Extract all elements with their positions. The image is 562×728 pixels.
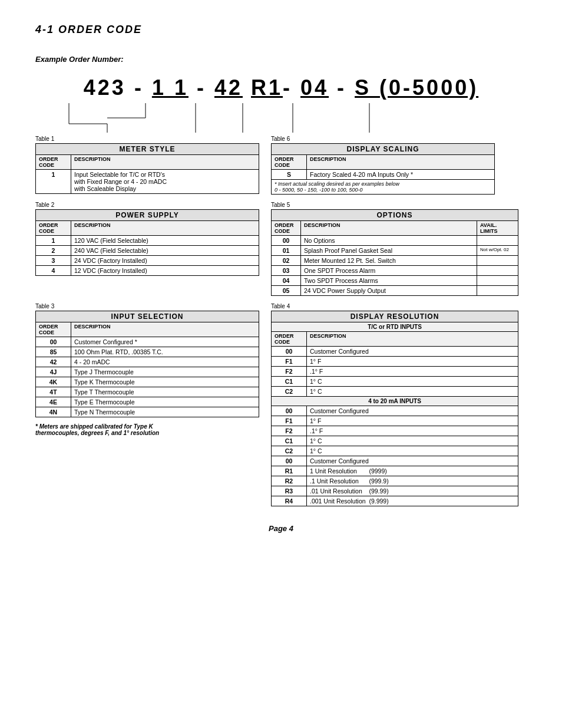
t4r2-code: F1 bbox=[272, 357, 307, 367]
t5r5-desc: Two SPDT Process Alarms bbox=[301, 276, 477, 286]
order-number: 423 - 1 1 - 42 R1- 04 - S (0-5000) bbox=[35, 75, 527, 100]
t4r12-desc: 1 Unit Resolution (9999) bbox=[307, 466, 518, 476]
t5r1-desc: No Options bbox=[301, 236, 477, 246]
tables-row-1: Table 1 METER STYLE ORDERCODE DESCRIPTIO… bbox=[35, 136, 527, 195]
table-row: 4J Type J Thermocouple bbox=[36, 367, 259, 377]
t5r4-code: 03 bbox=[272, 266, 301, 276]
table4-block: Table 4 DISPLAY RESOLUTION T/C or RTD IN… bbox=[271, 303, 518, 506]
t4r5-code: C2 bbox=[272, 387, 307, 397]
example-label: Example Order Number: bbox=[35, 55, 527, 64]
t3r6-code: 4T bbox=[36, 387, 71, 397]
table4-subtitle1: T/C or RTD INPUTS bbox=[272, 322, 518, 332]
table-row: 4 12 VDC (Factory Installed) bbox=[36, 266, 259, 276]
table-row: 4 to 20 mA INPUTS bbox=[272, 397, 518, 406]
table2-col2: DESCRIPTION bbox=[71, 221, 259, 236]
t4r9-desc: 1° C bbox=[307, 436, 518, 446]
t4r6-desc: Customer Configured bbox=[307, 406, 518, 416]
t4r6-code: 00 bbox=[272, 406, 307, 416]
t5r2-avail: Not w/Opt. 02 bbox=[477, 246, 518, 256]
table-row: 4E Type E Thermocouple bbox=[36, 397, 259, 407]
t5r2-desc: Splash Proof Panel Gasket Seal bbox=[301, 246, 477, 256]
t3r8-code: 4N bbox=[36, 407, 71, 417]
table6-col1: ORDERCODE bbox=[272, 155, 307, 170]
table3-label: Table 3 bbox=[35, 303, 259, 309]
table5-col2: DESCRIPTION bbox=[301, 221, 477, 236]
table-row: C1 1° C bbox=[272, 377, 518, 387]
t3r1-code: 00 bbox=[36, 337, 71, 347]
table5: OPTIONS ORDERCODE DESCRIPTION AVAIL.LIMI… bbox=[271, 209, 518, 296]
table3-title: INPUT SELECTION bbox=[36, 311, 259, 322]
t4r12-code: R1 bbox=[272, 466, 307, 476]
t5r2-code: 01 bbox=[272, 246, 301, 256]
t3r8-desc: Type N Thermocouple bbox=[71, 407, 259, 417]
t4r5-desc: 1° C bbox=[307, 387, 518, 397]
table-row: 05 24 VDC Power Supply Output bbox=[272, 286, 518, 296]
table-row: 85 100 Ohm Plat. RTD, .00385 T.C. bbox=[36, 347, 259, 357]
t5r6-desc: 24 VDC Power Supply Output bbox=[301, 286, 477, 296]
table5-col3: AVAIL.LIMITS bbox=[477, 221, 518, 236]
t2r1-desc: 120 VAC (Field Selectable) bbox=[71, 236, 259, 246]
table-row: F1 1° F bbox=[272, 357, 518, 367]
table4-col1: ORDERCODE bbox=[272, 332, 307, 347]
table-row: 00 Customer Configured * bbox=[36, 337, 259, 347]
t3r7-desc: Type E Thermocouple bbox=[71, 397, 259, 407]
t2r2-desc: 240 VAC (Field Selectable) bbox=[71, 246, 259, 256]
table2-title: POWER SUPPLY bbox=[36, 210, 259, 221]
table6-block: Table 6 DISPLAY SCALING ORDERCODE DESCRI… bbox=[271, 136, 495, 195]
table3-col1: ORDERCODE bbox=[36, 322, 71, 337]
table-row: 2 240 VAC (Field Selectable) bbox=[36, 246, 259, 256]
table-row: R1 1 Unit Resolution (9999) bbox=[272, 466, 518, 476]
table1-col1: ORDERCODE bbox=[36, 155, 71, 170]
table-row: R4 .001 Unit Resolution (9.999) bbox=[272, 496, 518, 506]
table2-col1: ORDERCODE bbox=[36, 221, 71, 236]
table-row: 00 Customer Configured bbox=[272, 406, 518, 416]
t4r15-code: R4 bbox=[272, 496, 307, 506]
table4-subtitle2: 4 to 20 mA INPUTS bbox=[272, 397, 518, 406]
table6: DISPLAY SCALING ORDERCODE DESCRIPTION S … bbox=[271, 143, 495, 195]
t3r2-desc: 100 Ohm Plat. RTD, .00385 T.C. bbox=[71, 347, 259, 357]
t4r9-code: C1 bbox=[272, 436, 307, 446]
t4r8-code: F2 bbox=[272, 426, 307, 436]
t4r11-code: 00 bbox=[272, 456, 307, 466]
t4r14-code: R3 bbox=[272, 486, 307, 496]
t5r3-code: 02 bbox=[272, 256, 301, 266]
table3-block: Table 3 INPUT SELECTION ORDERCODE DESCRI… bbox=[35, 303, 259, 436]
t5r4-avail bbox=[477, 266, 518, 276]
page-number: Page 4 bbox=[35, 524, 527, 533]
table-row: 1 Input Selectable for T/C or RTD'swith … bbox=[36, 170, 259, 194]
t4r1-code: 00 bbox=[272, 347, 307, 357]
table-row: 42 4 - 20 mADC bbox=[36, 357, 259, 367]
t2r1-code: 1 bbox=[36, 236, 71, 246]
table6-title: DISPLAY SCALING bbox=[272, 144, 495, 155]
table2-label: Table 2 bbox=[35, 202, 259, 208]
table-row: 00 Customer Configured bbox=[272, 456, 518, 466]
t5r6-code: 05 bbox=[272, 286, 301, 296]
table5-label: Table 5 bbox=[271, 202, 518, 208]
t3r4-desc: Type J Thermocouple bbox=[71, 367, 259, 377]
t4r7-code: F1 bbox=[272, 416, 307, 426]
table-row: 00 Customer Configured bbox=[272, 347, 518, 357]
t3r4-code: 4J bbox=[36, 367, 71, 377]
t5r5-avail bbox=[477, 276, 518, 286]
t3r7-code: 4E bbox=[36, 397, 71, 407]
table2-block: Table 2 POWER SUPPLY ORDERCODE DESCRIPTI… bbox=[35, 202, 259, 276]
table-row: 1 120 VAC (Field Selectable) bbox=[36, 236, 259, 246]
t5r6-avail bbox=[477, 286, 518, 296]
table6-col2: DESCRIPTION bbox=[307, 155, 495, 170]
t5r5-code: 04 bbox=[272, 276, 301, 286]
table4-label: Table 4 bbox=[271, 303, 518, 309]
table1-row1-code: 1 bbox=[36, 170, 71, 194]
t2r4-desc: 12 VDC (Factory Installed) bbox=[71, 266, 259, 276]
t4r3-code: F2 bbox=[272, 367, 307, 377]
table-row: S Factory Scaled 4-20 mA Inputs Only * bbox=[272, 170, 495, 180]
table3-footnote: * Meters are shipped calibrated for Type… bbox=[35, 423, 259, 436]
t4r10-code: C2 bbox=[272, 446, 307, 456]
table1-col2: DESCRIPTION bbox=[71, 155, 259, 170]
tables-container: Table 1 METER STYLE ORDERCODE DESCRIPTIO… bbox=[35, 136, 527, 506]
table-row: * Insert actual scaling desired as per e… bbox=[272, 180, 495, 195]
t2r3-desc: 24 VDC (Factory Installed) bbox=[71, 256, 259, 266]
t2r3-code: 3 bbox=[36, 256, 71, 266]
tables-row-2: Table 2 POWER SUPPLY ORDERCODE DESCRIPTI… bbox=[35, 202, 527, 296]
connector-diagram bbox=[35, 100, 527, 136]
table2: POWER SUPPLY ORDERCODE DESCRIPTION 1 120… bbox=[35, 209, 259, 276]
